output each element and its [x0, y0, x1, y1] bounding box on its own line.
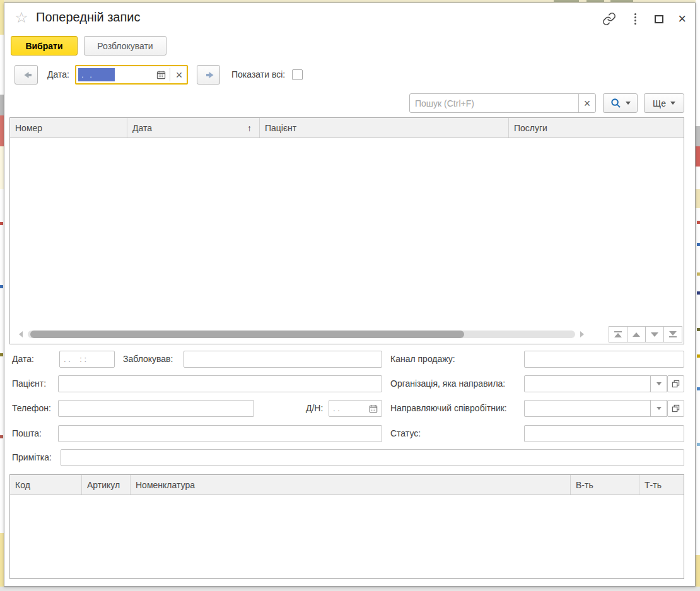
- date-filter-field[interactable]: . . ×: [75, 65, 188, 85]
- status-input[interactable]: [524, 425, 684, 442]
- chevron-down-icon: [656, 407, 662, 410]
- chevron-down-icon: [656, 382, 662, 385]
- calendar-icon[interactable]: [153, 67, 168, 82]
- note-label: Примітка:: [12, 449, 52, 466]
- appointment-window: ☆ Попередній запис × Вибрати Розблокуват…: [4, 3, 696, 587]
- column-header-number[interactable]: Номер: [10, 118, 127, 138]
- appointments-table-header: Номер Дата ↑ Пацієнт Послуги: [10, 118, 684, 138]
- date-clear-icon[interactable]: ×: [172, 67, 187, 82]
- date-nav-label: Дата:: [47, 65, 69, 85]
- show-all-label: Показати всі:: [231, 65, 285, 85]
- previous-row-button[interactable]: [627, 326, 646, 342]
- appointments-table: Номер Дата ↑ Пацієнт Послуги: [9, 117, 684, 344]
- phone-label: Телефон:: [12, 400, 51, 417]
- background-fragment: [697, 354, 700, 358]
- appointments-table-body[interactable]: [10, 138, 684, 325]
- email-label: Пошта:: [12, 425, 42, 442]
- background-fragment: [697, 221, 700, 224]
- go-to-last-row-button[interactable]: [663, 326, 682, 342]
- column-header-quantity[interactable]: В-ть: [571, 475, 639, 494]
- date-filter-value: . .: [78, 68, 115, 81]
- appointments-table-footer: [10, 325, 684, 344]
- birthdate-label: Д/Н:: [306, 400, 323, 417]
- kebab-menu-icon[interactable]: [631, 12, 640, 26]
- detail-date-field[interactable]: . . : :: [59, 351, 115, 368]
- row-navigation-buttons: [609, 326, 682, 342]
- background-fragment: [554, 0, 579, 2]
- items-table-body[interactable]: [10, 495, 684, 578]
- next-row-button[interactable]: [645, 326, 664, 342]
- sort-ascending-icon: ↑: [247, 123, 254, 133]
- more-button-label: Ще: [653, 98, 666, 108]
- link-icon[interactable]: [602, 12, 616, 26]
- referring-employee-dropdown-button[interactable]: [650, 400, 667, 417]
- search-clear-icon[interactable]: ×: [578, 94, 595, 112]
- background-window-sliver-right: [696, 0, 700, 591]
- phone-input[interactable]: [58, 400, 254, 417]
- sales-channel-input[interactable]: [524, 351, 684, 368]
- background-fragment: [697, 387, 700, 390]
- items-table: Код Артикул Номенклатура В-ть Т-ть: [9, 474, 684, 579]
- background-fragment: [697, 243, 700, 246]
- column-header-services[interactable]: Послуги: [509, 118, 684, 138]
- background-fragment: [610, 0, 633, 2]
- column-header-duration[interactable]: Т-ть: [639, 475, 684, 494]
- select-button[interactable]: Вибрати: [11, 36, 78, 56]
- maximize-icon[interactable]: [655, 15, 663, 23]
- next-date-button[interactable]: [197, 65, 220, 85]
- background-fragment: [0, 285, 3, 288]
- go-to-first-row-button[interactable]: [609, 326, 627, 342]
- search-button[interactable]: [603, 93, 638, 113]
- patient-input[interactable]: [58, 375, 382, 392]
- column-header-article[interactable]: Артикул: [82, 475, 131, 494]
- column-header-nomenclature[interactable]: Номенклатура: [131, 475, 571, 494]
- scroll-left-icon[interactable]: [19, 331, 23, 337]
- close-icon[interactable]: ×: [678, 13, 686, 25]
- page-title: Попередній запис: [36, 10, 140, 25]
- referring-employee-open-button[interactable]: [667, 400, 684, 417]
- email-input[interactable]: [58, 425, 382, 442]
- previous-date-button[interactable]: [15, 65, 38, 85]
- items-table-header: Код Артикул Номенклатура В-ть Т-ть: [10, 475, 684, 495]
- open-form-icon: [672, 380, 680, 388]
- calendar-icon[interactable]: [369, 404, 378, 413]
- unlock-button[interactable]: Розблокувати: [84, 36, 166, 56]
- sales-channel-label: Канал продажу:: [390, 351, 455, 368]
- search-field: ×: [409, 93, 596, 113]
- background-fragment: [586, 0, 604, 2]
- background-fragment: [0, 222, 3, 225]
- referring-org-label: Організація, яка направила:: [390, 375, 505, 392]
- note-input[interactable]: [61, 449, 684, 466]
- locked-by-input[interactable]: [184, 351, 382, 368]
- referring-employee-input[interactable]: [524, 400, 651, 417]
- status-label: Статус:: [390, 425, 421, 442]
- column-header-date[interactable]: Дата ↑: [127, 118, 260, 138]
- field-divider: [170, 68, 170, 81]
- search-icon: [610, 98, 621, 108]
- more-button[interactable]: Ще: [644, 93, 684, 113]
- column-header-patient[interactable]: Пацієнт: [260, 118, 509, 138]
- referring-org-open-button[interactable]: [667, 375, 684, 392]
- show-all-checkbox[interactable]: [292, 69, 303, 80]
- horizontal-scrollbar-thumb[interactable]: [30, 331, 464, 338]
- chevron-down-icon: [670, 102, 675, 105]
- column-header-code[interactable]: Код: [10, 475, 82, 494]
- open-form-icon: [672, 404, 680, 413]
- background-fragment: [0, 435, 3, 438]
- search-input[interactable]: [410, 94, 578, 112]
- arrow-left-icon: [20, 68, 33, 82]
- detail-date-label: Дата:: [12, 351, 34, 368]
- background-fragment: [697, 272, 700, 276]
- referring-employee-label: Направляючий співробітник:: [390, 400, 507, 417]
- favorite-star-icon[interactable]: ☆: [13, 9, 30, 26]
- background-fragment: [697, 291, 700, 295]
- horizontal-scrollbar-track[interactable]: [28, 331, 575, 338]
- referring-org-dropdown-button[interactable]: [650, 375, 667, 392]
- referring-org-input[interactable]: [524, 375, 651, 392]
- background-sliver-bottom: [0, 587, 700, 591]
- birthdate-field[interactable]: . .: [329, 400, 382, 417]
- scroll-right-icon[interactable]: [580, 331, 584, 337]
- patient-label: Пацієнт:: [12, 375, 46, 392]
- chevron-down-icon: [626, 102, 631, 105]
- locked-by-label: Заблокував:: [123, 351, 173, 368]
